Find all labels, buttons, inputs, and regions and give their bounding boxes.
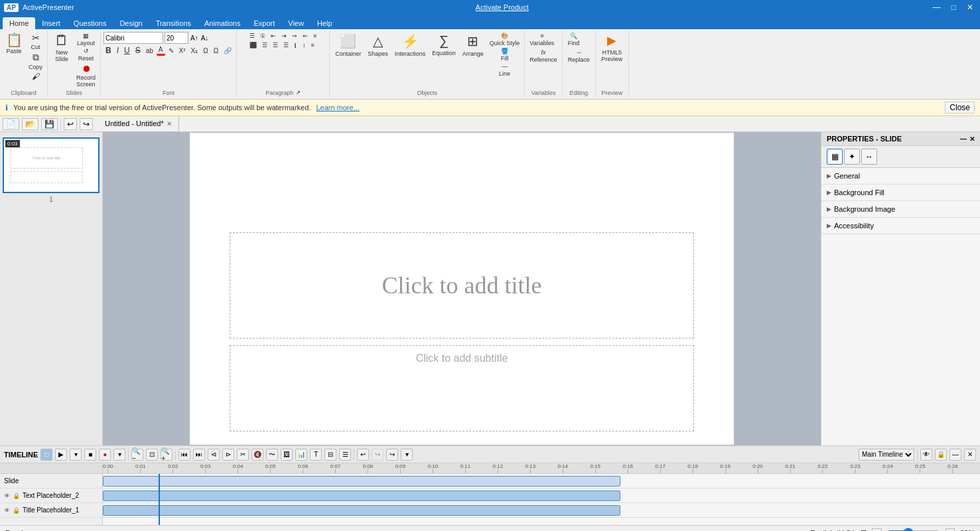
font-grow-icon[interactable]: A↑: [190, 34, 199, 42]
timeline-split[interactable]: ✂: [237, 449, 249, 461]
props-section-background-fill[interactable]: ▶ Background Fill: [821, 185, 980, 201]
paragraph-expand[interactable]: ↗: [296, 90, 301, 96]
superscript-button[interactable]: X²: [177, 46, 188, 55]
zoom-decrease-button[interactable]: −: [872, 528, 881, 532]
shapes-button[interactable]: △ Shapes: [365, 32, 391, 58]
font-color-button[interactable]: A: [157, 45, 165, 56]
text-dir-button[interactable]: ↕: [301, 41, 308, 49]
subtitle-placeholder[interactable]: Click to add subtitle: [230, 345, 694, 431]
canvas-area[interactable]: Click to add title Click to add subtitle: [103, 132, 821, 445]
arrange-button[interactable]: ⊞ Arrange: [460, 32, 486, 58]
interactions-button[interactable]: ⚡ Interactions: [392, 32, 429, 58]
highlight-button[interactable]: ✎: [167, 46, 176, 55]
maximize-button[interactable]: □: [949, 3, 959, 12]
ribbon-tab-design[interactable]: Design: [113, 17, 149, 29]
quick-style-button[interactable]: 🎨 Quick Style: [488, 32, 522, 47]
timeline-caption2[interactable]: ⊟: [324, 449, 336, 461]
timeline-redo-disabled[interactable]: ↪: [372, 449, 384, 461]
timeline-subtitle[interactable]: ☰: [339, 449, 351, 461]
layout-button[interactable]: ▦ Layout: [74, 32, 98, 47]
timeline-view-toggle[interactable]: □: [40, 449, 52, 461]
align-left-button[interactable]: ⬛: [247, 41, 259, 49]
clear-format-button[interactable]: Ω: [201, 46, 210, 55]
timeline-close[interactable]: ✕: [964, 449, 976, 461]
main-timeline-select[interactable]: Main Timeline: [859, 449, 914, 461]
timeline-undo[interactable]: ↩: [357, 449, 369, 461]
special-char-button[interactable]: Ω: [212, 46, 220, 55]
rtl-button[interactable]: ⇐: [301, 32, 310, 40]
timeline-audio-wave[interactable]: 〜: [266, 449, 278, 461]
ribbon-tab-view[interactable]: View: [281, 17, 311, 29]
timeline-prev-frame[interactable]: ⏮: [178, 449, 190, 461]
title-placeholder-eye[interactable]: 👁: [4, 507, 10, 514]
props-tab-layout[interactable]: ▦: [827, 149, 843, 165]
strikethrough-button[interactable]: S: [133, 45, 143, 56]
container-button[interactable]: ⬜ Container: [332, 32, 364, 58]
fill-button[interactable]: 🪣 Fill: [488, 47, 522, 62]
subscript-button[interactable]: X₂: [189, 46, 200, 55]
title-placeholder[interactable]: Click to add title: [230, 232, 694, 339]
timeline-eye-toggle[interactable]: 👁: [920, 449, 932, 461]
zoom-increase-button[interactable]: +: [945, 528, 955, 532]
cut-button[interactable]: ✂ Cut: [27, 32, 44, 51]
variables-button[interactable]: ≡ Variables: [527, 32, 556, 47]
props-close-button[interactable]: ✕: [969, 135, 975, 143]
format-painter-button[interactable]: 🖌: [27, 71, 44, 82]
save-doc-button[interactable]: 💾: [41, 118, 58, 130]
ribbon-tab-questions[interactable]: Questions: [67, 17, 113, 29]
find-button[interactable]: 🔍 Find: [566, 32, 582, 47]
props-section-general[interactable]: ▶ General: [821, 168, 980, 185]
props-tab-effects[interactable]: ✦: [844, 149, 860, 165]
info-close-button[interactable]: Close: [945, 102, 975, 114]
record-screen-button[interactable]: ⏺ RecordScreen: [74, 62, 98, 88]
props-section-accessibility[interactable]: ▶ Accessibility: [821, 218, 980, 234]
align-center-button[interactable]: ☰: [260, 41, 269, 49]
props-tab-transitions[interactable]: ↔: [861, 149, 877, 165]
ribbon-tab-animations[interactable]: Animations: [198, 17, 247, 29]
ltr-button[interactable]: ⇒: [290, 32, 299, 40]
timeline-play-button[interactable]: ▶: [55, 449, 67, 461]
timeline-prev-mark[interactable]: ⊲: [208, 449, 220, 461]
replace-button[interactable]: ↔ Replace: [566, 48, 592, 64]
zoom-fit-icon[interactable]: ⊡: [861, 528, 867, 531]
timeline-lock-toggle[interactable]: 🔒: [935, 449, 947, 461]
timeline-more[interactable]: ▾: [401, 449, 413, 461]
minimize-button[interactable]: —: [930, 3, 944, 12]
html5-preview-button[interactable]: ▶ HTML5Preview: [598, 32, 625, 64]
bullets-button[interactable]: ☰: [247, 32, 257, 40]
text-placeholder-track-bar[interactable]: [103, 491, 620, 501]
font-family-input[interactable]: [104, 32, 163, 44]
timeline-zoom-out[interactable]: 🔍−: [131, 449, 143, 461]
timeline-record-button[interactable]: ●: [99, 449, 111, 461]
ribbon-tab-transitions[interactable]: Transitions: [149, 17, 198, 29]
timeline-stop-button[interactable]: ■: [84, 449, 96, 461]
text-placeholder-eye[interactable]: 👁: [4, 493, 10, 499]
timeline-collapse[interactable]: —: [949, 449, 961, 461]
timeline-image[interactable]: 🖼: [281, 449, 293, 461]
shadow-button[interactable]: ab: [144, 46, 155, 55]
new-slide-button[interactable]: 🗒 NewSlide: [50, 32, 73, 64]
title-placeholder-lock[interactable]: 🔒: [13, 507, 20, 514]
props-section-background-image[interactable]: ▶ Background Image: [821, 201, 980, 218]
reference-button[interactable]: fx Reference: [527, 48, 559, 64]
doc-tab-close[interactable]: ✕: [167, 120, 172, 127]
italic-button[interactable]: I: [115, 45, 121, 56]
ribbon-tab-help[interactable]: Help: [311, 17, 339, 29]
redo-button[interactable]: ↪: [80, 118, 93, 130]
timeline-redo2[interactable]: ↪: [386, 449, 398, 461]
link-button[interactable]: 🔗: [222, 46, 234, 55]
timeline-play-dropdown[interactable]: ▾: [70, 449, 82, 461]
decrease-indent-button[interactable]: ⇤: [269, 32, 278, 40]
learn-more-link[interactable]: Learn more...: [316, 104, 359, 112]
line-spacing-button[interactable]: ≡: [311, 32, 318, 40]
timeline-next-mark[interactable]: ⊳: [222, 449, 234, 461]
ribbon-tab-insert[interactable]: Insert: [35, 17, 67, 29]
reset-button[interactable]: ↺ Reset: [74, 47, 98, 62]
font-size-input[interactable]: [165, 32, 188, 44]
doc-tab[interactable]: Untitled - Untitled* ✕: [98, 116, 179, 131]
underline-button[interactable]: U: [122, 45, 132, 56]
text-placeholder-lock[interactable]: 🔒: [13, 493, 20, 499]
timeline-zoom-fit[interactable]: ⊡: [146, 449, 158, 461]
close-window-button[interactable]: ✕: [964, 3, 976, 12]
equation-button[interactable]: ∑ Equation: [429, 32, 458, 58]
